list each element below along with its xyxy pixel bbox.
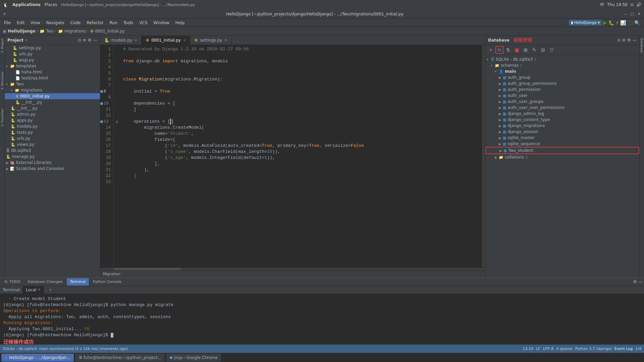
project-selector[interactable]: ▮ HelloDjango ▾ bbox=[569, 20, 601, 25]
menu-edit[interactable]: Edit bbox=[14, 20, 27, 26]
db-refresh-button[interactable]: ↻ bbox=[495, 46, 503, 54]
tree-item-apps[interactable]: 🐍 apps.py bbox=[5, 117, 100, 123]
tree-item-two[interactable]: ▾ 📁 Two bbox=[5, 81, 100, 87]
menu-vcs[interactable]: VCS bbox=[137, 20, 150, 26]
tab-models-close[interactable]: ✕ bbox=[134, 38, 137, 43]
editor-scrollbar[interactable] bbox=[100, 267, 485, 270]
tree-locate-icon[interactable]: ⊙ bbox=[78, 38, 82, 43]
db-django-admin-log[interactable]: ▶ ▦ django_admin_log bbox=[485, 111, 639, 117]
taskbar-item-hellodjango[interactable]: ✦ HelloDjango - .../django/djan... bbox=[1, 354, 74, 362]
db-sqlite-master[interactable]: ▶ ▦ sqlite_master bbox=[485, 135, 639, 141]
tree-item-models[interactable]: 🐍 models.py bbox=[5, 123, 100, 129]
db-side-tab[interactable]: Database bbox=[640, 36, 644, 56]
tree-item-0001[interactable]: ⚙ 0001_initial.py bbox=[5, 93, 100, 99]
db-filter-button[interactable]: ⇅ bbox=[504, 46, 512, 54]
menu-refactor[interactable]: Refactor bbox=[84, 20, 106, 26]
debug-button[interactable]: 🐛 bbox=[608, 20, 614, 25]
profile-button[interactable]: 📊 bbox=[620, 20, 626, 25]
tab-0001[interactable]: ⚙ 0001_initial.py ✕ bbox=[142, 36, 190, 45]
tree-item-init2[interactable]: 🐍 __init__.py bbox=[5, 99, 100, 105]
terminal-minimize-icon[interactable]: — bbox=[638, 279, 643, 284]
tab-0001-close[interactable]: ✕ bbox=[183, 38, 186, 43]
db-auth-user-user-perms[interactable]: ▶ ▦ auth_user_user_permissions bbox=[485, 105, 639, 111]
db-django-migrations[interactable]: ▶ ▦ django_migrations bbox=[485, 123, 639, 129]
db-main[interactable]: ▾ 👤 main bbox=[485, 68, 639, 74]
applications-menu[interactable]: Applications bbox=[12, 2, 41, 7]
code-editor[interactable]: 1 2 3 4 5 6 7 8 9 10 11 12 bbox=[100, 45, 485, 267]
db-table-view-button[interactable]: ⊞ bbox=[522, 46, 530, 54]
tree-item-init1[interactable]: 🐍 __init__.py bbox=[5, 105, 100, 111]
code-content[interactable]: # Generated by Django 2.2.10 on 2020-02-… bbox=[120, 45, 482, 267]
search-everywhere[interactable]: 🔍 bbox=[634, 20, 640, 25]
tree-item-migrations[interactable]: ▾ 📁 migrations bbox=[5, 87, 100, 93]
tree-item-urls2[interactable]: 🐍 urls.py bbox=[5, 135, 100, 141]
menu-navigate[interactable]: Navigate bbox=[44, 20, 67, 26]
tree-item-scratches[interactable]: ▶ 📝 Scratches and Consoles bbox=[5, 166, 100, 172]
db-add-button[interactable]: ＋ bbox=[487, 46, 495, 54]
db-collations[interactable]: ▶ 📁 collations 3 bbox=[485, 154, 639, 160]
db-auth-permission[interactable]: ▶ ▦ auth_permission bbox=[485, 86, 639, 93]
db-schemas[interactable]: ▾ 📁 schemas 1 bbox=[485, 62, 639, 68]
menu-window[interactable]: Window bbox=[151, 20, 172, 26]
tree-item-manage[interactable]: 🐍 manage.py bbox=[5, 154, 100, 160]
menu-file[interactable]: File bbox=[1, 20, 13, 26]
close-button[interactable]: ✕ bbox=[637, 12, 641, 16]
breadcrumb-folder2[interactable]: migrations bbox=[64, 29, 86, 34]
taskbar-item-chrome[interactable]: ● jinja - Google Chrome bbox=[166, 354, 221, 362]
tab-settings[interactable]: ⚙ settings.py ✕ bbox=[190, 36, 231, 45]
terminal-tab-local[interactable]: Local ✕ bbox=[22, 286, 44, 294]
menu-view[interactable]: View bbox=[28, 20, 43, 26]
db-stop-button[interactable]: ■ bbox=[513, 46, 521, 54]
tree-item-views[interactable]: 🐍 views.py bbox=[5, 141, 100, 147]
tree-item-external[interactable]: ▶ 📚 External Libraries bbox=[5, 160, 100, 166]
db-filter2-button[interactable]: ▽ bbox=[548, 46, 556, 54]
breadcrumb-project[interactable]: HelloDjango bbox=[8, 29, 35, 34]
tree-item-haha[interactable]: 📄 haha.html bbox=[5, 69, 100, 75]
tree-item-templates[interactable]: ▾ 📁 templates bbox=[5, 63, 100, 69]
breadcrumb-folder1[interactable]: Two bbox=[46, 29, 54, 34]
places-menu[interactable]: Places bbox=[45, 2, 57, 7]
menu-run[interactable]: Run bbox=[107, 20, 120, 26]
tab-settings-close[interactable]: ✕ bbox=[224, 38, 227, 43]
db-two-student[interactable]: ▶ ▦ Two_student bbox=[485, 147, 639, 154]
tree-item-testjinja[interactable]: 📄 testjinja.html bbox=[5, 75, 100, 81]
tree-collapse-icon[interactable]: ≡ bbox=[83, 38, 86, 43]
taskbar-item-terminal[interactable]: 🖥 fuhx@testmachine:~/python_project... bbox=[75, 354, 165, 362]
tree-item-db[interactable]: 🗄 db.sqlite3 bbox=[5, 147, 100, 154]
db-image-button[interactable]: ⊟ bbox=[539, 46, 547, 54]
coverage-button[interactable]: ⚡ bbox=[615, 20, 619, 25]
tab-models[interactable]: 🐍 models.py ✕ bbox=[100, 36, 142, 45]
db-django-content-type[interactable]: ▶ ▦ django_content_type bbox=[485, 117, 639, 123]
menu-code[interactable]: Code bbox=[68, 20, 84, 26]
favorites-tab[interactable]: 2: Favorites bbox=[0, 106, 5, 129]
db-collapse-icon[interactable]: ≡ bbox=[622, 38, 626, 43]
tab-todo[interactable]: 6: TODO bbox=[1, 278, 24, 286]
db-django-session[interactable]: ▶ ▦ django_session bbox=[485, 129, 639, 135]
tree-settings-icon[interactable]: ⚙ bbox=[88, 38, 92, 43]
tab-python-console[interactable]: Python Console bbox=[90, 278, 125, 286]
project-tab[interactable]: 1: Project bbox=[0, 36, 5, 55]
db-settings2-icon[interactable]: ⊙ bbox=[617, 38, 621, 43]
menu-tools[interactable]: Tools bbox=[121, 20, 136, 26]
structure-tab[interactable]: 2: Structure bbox=[0, 69, 5, 93]
db-sqlite-sequence[interactable]: ▶ ▦ sqlite_sequence bbox=[485, 141, 639, 147]
db-edit-button[interactable]: ✎ bbox=[530, 46, 538, 54]
tree-close-icon[interactable]: — bbox=[93, 38, 97, 43]
minimize-button[interactable]: — bbox=[623, 12, 628, 16]
db-auth-user-groups[interactable]: ▶ ▦ auth_user_groups bbox=[485, 99, 639, 105]
stop-button[interactable]: ⬛ bbox=[627, 20, 633, 25]
maximize-button[interactable]: □ bbox=[630, 12, 635, 16]
status-event-log[interactable]: Event Log bbox=[614, 347, 633, 351]
db-auth-group-perms[interactable]: ▶ ▦ auth_group_permissions bbox=[485, 80, 639, 86]
terminal-tab-add[interactable]: ＋ bbox=[45, 286, 56, 294]
tree-item-admin[interactable]: 🐍 admin.py bbox=[5, 111, 100, 117]
terminal-tab-close[interactable]: ✕ bbox=[38, 288, 41, 292]
tab-db-changes[interactable]: Database Changes bbox=[24, 278, 66, 286]
terminal-settings-icon[interactable]: ⚙ bbox=[633, 279, 637, 284]
tree-item-wsgi[interactable]: 🐍 wsgi.py bbox=[5, 57, 100, 63]
tree-item-tests[interactable]: 🐍 tests.py bbox=[5, 129, 100, 135]
tree-item-settings[interactable]: 🐍 settings.py bbox=[5, 45, 100, 51]
tree-item-urls[interactable]: 🐍 urls.py bbox=[5, 51, 100, 57]
db-minimize-icon[interactable]: — bbox=[632, 38, 637, 43]
minimap[interactable] bbox=[482, 45, 485, 267]
